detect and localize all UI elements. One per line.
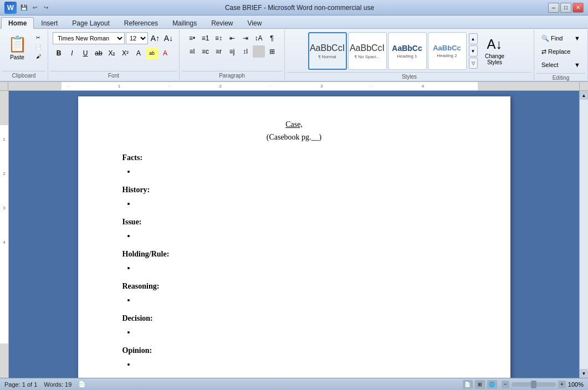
find-button[interactable]: 🔍 Find ▼: [539, 32, 583, 44]
superscript-button[interactable]: X²: [119, 47, 131, 59]
zoom-slider[interactable]: [512, 382, 556, 387]
align-left-button[interactable]: ≡l: [186, 45, 198, 58]
app-logo: W: [4, 2, 17, 14]
decrease-indent-button[interactable]: ⇤: [226, 32, 238, 44]
change-styles-label: Change Styles: [480, 53, 510, 65]
numbering-button[interactable]: ≡1: [200, 32, 212, 44]
text-effects-button[interactable]: A: [132, 47, 145, 59]
print-layout-btn[interactable]: 📄: [463, 380, 473, 389]
style-heading1-sample: AaBbCc: [392, 44, 422, 53]
styles-label: Styles: [287, 72, 531, 80]
justify-button[interactable]: ≡j: [226, 45, 238, 58]
main-area: 1 2 3 4 Case, (Casebook pg.__) Facts: Hi…: [0, 91, 588, 378]
strikethrough-button[interactable]: ab: [93, 47, 105, 59]
title-bar: W 💾 ↩ ↪ Case BRIEF - Microsoft Word non-…: [0, 0, 588, 16]
font-group: Times New Roman Arial Calibri 12 10 14 1…: [48, 30, 180, 80]
highlight-button[interactable]: ab: [146, 47, 158, 59]
styles-more-btn[interactable]: ▽: [469, 58, 478, 69]
bullets-button[interactable]: ≡•: [186, 32, 198, 44]
document-page[interactable]: Case, (Casebook pg.__) Facts: History: I…: [78, 96, 510, 378]
clipboard-label: Clipboard: [2, 71, 45, 79]
document-title: Case,: [122, 119, 466, 130]
web-layout-btn[interactable]: 🌐: [487, 380, 497, 389]
decision-bullet: [136, 326, 466, 338]
bold-button[interactable]: B: [53, 47, 65, 59]
status-bar: Page: 1 of 1 Words: 19 📄 📄 ⊞ 🌐 − + 100%: [0, 378, 588, 390]
horizontal-ruler: · 1 · 2 · 3 · 4: [17, 82, 579, 90]
select-button[interactable]: Select ▼: [539, 59, 583, 71]
paragraph-label: Paragraph: [182, 71, 282, 79]
notes-section: Notes:: [122, 377, 466, 378]
style-no-spacing[interactable]: AaBbCcI ¶ No Spaci...: [348, 32, 387, 70]
align-center-button[interactable]: ≡c: [200, 45, 212, 58]
change-styles-button[interactable]: A↓ Change Styles: [479, 35, 511, 66]
maximize-btn[interactable]: □: [560, 3, 571, 13]
styles-scroll-down-btn[interactable]: ▼: [469, 45, 478, 57]
style-heading2[interactable]: AaBbCc Heading 2: [428, 32, 467, 70]
replace-button[interactable]: ⇄ Replace: [539, 45, 583, 58]
document-area[interactable]: Case, (Casebook pg.__) Facts: History: I…: [9, 91, 579, 378]
select-arrow: ▼: [574, 61, 580, 68]
format-painter-button[interactable]: 🖌: [32, 52, 44, 61]
show-formatting-button[interactable]: ¶: [266, 32, 278, 44]
save-quick-btn[interactable]: 💾: [19, 3, 29, 13]
holding-heading: Holding/Rule:: [122, 248, 466, 260]
align-right-button[interactable]: ≡r: [213, 45, 225, 58]
style-normal-sample: AaBbCcI: [310, 43, 345, 53]
tab-insert[interactable]: Insert: [34, 17, 65, 28]
close-btn[interactable]: ✕: [572, 3, 584, 13]
sort-button[interactable]: ↕A: [253, 32, 265, 44]
zoom-in-btn[interactable]: +: [558, 381, 566, 388]
redo-quick-btn[interactable]: ↪: [41, 3, 51, 13]
tab-references[interactable]: References: [117, 17, 165, 28]
style-heading1[interactable]: AaBbCc Heading 1: [388, 32, 427, 70]
subscript-button[interactable]: X₂: [106, 47, 118, 59]
font-size-select[interactable]: 12 10 14 16: [126, 32, 148, 44]
tab-page-layout[interactable]: Page Layout: [65, 17, 116, 28]
history-section: History:: [122, 184, 466, 209]
multilevel-list-button[interactable]: ≡↕: [213, 32, 225, 44]
find-arrow: ▼: [574, 35, 580, 42]
style-normal[interactable]: AaBbCcI ¶ Normal: [308, 32, 347, 70]
zoom-out-btn[interactable]: −: [502, 381, 509, 388]
line-spacing-button[interactable]: ↕l: [239, 45, 252, 58]
undo-quick-btn[interactable]: ↩: [30, 3, 40, 13]
quick-access-toolbar: 💾 ↩ ↪: [19, 3, 51, 13]
style-no-spacing-sample: AaBbCcI: [350, 43, 385, 53]
styles-scroll-up-btn[interactable]: ▲: [469, 33, 478, 44]
view-controls: 📄 ⊞ 🌐: [463, 380, 497, 389]
tab-mailings[interactable]: Mailings: [165, 17, 204, 28]
page-count: Page: 1 of 1: [4, 381, 37, 388]
opinion-bullet: [136, 358, 466, 370]
style-heading1-label: Heading 1: [397, 54, 417, 59]
tab-review[interactable]: Review: [204, 17, 240, 28]
issue-section: Issue:: [122, 216, 466, 242]
underline-button[interactable]: U: [79, 47, 91, 59]
style-heading2-label: Heading 2: [437, 53, 457, 58]
facts-section: Facts:: [122, 152, 466, 177]
tab-view[interactable]: View: [241, 17, 269, 28]
paste-button[interactable]: 📋 Paste: [3, 33, 31, 62]
document-subtitle: (Casebook pg.__): [122, 131, 466, 143]
cut-button[interactable]: ✂: [32, 33, 44, 42]
increase-indent-button[interactable]: ⇥: [239, 32, 252, 44]
find-label: 🔍 Find: [541, 35, 563, 42]
font-color-button[interactable]: A: [159, 47, 171, 59]
issue-bullet: [136, 230, 466, 242]
font-family-select[interactable]: Times New Roman Arial Calibri: [53, 32, 125, 44]
decrease-font-btn[interactable]: A↓: [162, 32, 175, 44]
increase-font-btn[interactable]: A↑: [149, 32, 161, 44]
full-screen-btn[interactable]: ⊞: [475, 380, 485, 389]
vertical-scrollbar[interactable]: ▲ ▼: [579, 91, 588, 378]
change-styles-icon: A↓: [487, 37, 502, 52]
tab-home[interactable]: Home: [1, 17, 34, 29]
facts-heading: Facts:: [122, 152, 466, 163]
italic-button[interactable]: I: [66, 47, 78, 59]
shading-button[interactable]: [253, 45, 265, 58]
borders-button[interactable]: ⊞: [266, 45, 278, 58]
notes-heading: Notes:: [122, 377, 466, 378]
replace-label: ⇄ Replace: [541, 48, 570, 55]
language-icon: 📄: [78, 381, 86, 388]
copy-button[interactable]: 📄: [32, 43, 44, 52]
minimize-btn[interactable]: –: [548, 3, 559, 13]
